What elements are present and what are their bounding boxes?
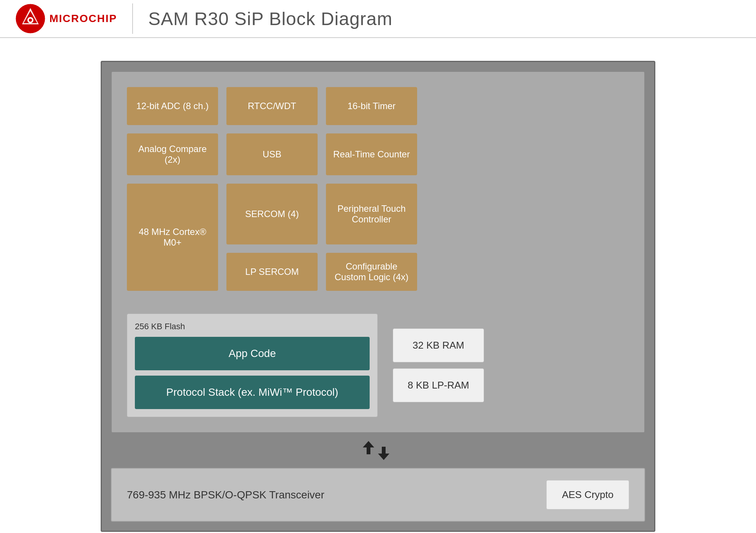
rtcounter-block: Real-Time Counter: [326, 133, 417, 175]
svg-marker-6: [378, 454, 389, 460]
aes-block: AES Crypto: [546, 480, 629, 509]
adc-block: 12-bit ADC (8 ch.): [127, 87, 218, 125]
app-code-block: App Code: [135, 337, 370, 370]
transceiver-area: 769-935 MHz BPSK/O-QPSK Transceiver AES …: [111, 468, 645, 522]
transceiver-text: 769-935 MHz BPSK/O-QPSK Transceiver: [127, 489, 324, 501]
blocks-area: 12-bit ADC (8 ch.) RTCC/WDT 16-bit Timer…: [127, 87, 629, 291]
sercom-block: SERCOM (4): [226, 184, 318, 244]
logo-area: MICROCHIP: [15, 3, 133, 34]
usb-block: USB: [226, 133, 318, 175]
company-name: MICROCHIP: [49, 13, 117, 25]
rtcc-block: RTCC/WDT: [226, 87, 318, 125]
page-title: SAM R30 SiP Block Diagram: [148, 8, 392, 29]
microchip-logo-icon: [15, 3, 46, 34]
ccl-block: Configurable Custom Logic (4x): [326, 253, 417, 291]
cortex-block: 48 MHz Cortex® M0+: [127, 184, 218, 291]
svg-marker-4: [363, 441, 374, 447]
chip-inner: 12-bit ADC (8 ch.) RTCC/WDT 16-bit Timer…: [111, 71, 645, 433]
chip-outer: 12-bit ADC (8 ch.) RTCC/WDT 16-bit Timer…: [101, 61, 655, 532]
bottom-section: 256 KB Flash App Code Protocol Stack (ex…: [127, 314, 629, 417]
protocol-stack-block: Protocol Stack (ex. MiWi™ Protocol): [135, 376, 370, 409]
svg-marker-5: [382, 447, 386, 454]
analog-block: Analog Compare (2x): [127, 133, 218, 175]
ram-8-block: 8 KB LP-RAM: [393, 368, 484, 402]
ram-area: 32 KB RAM 8 KB LP-RAM: [393, 314, 484, 417]
flash-label: 256 KB Flash: [135, 322, 370, 332]
svg-point-2: [29, 19, 32, 22]
arrows-svg: [359, 439, 397, 462]
header: MICROCHIP SAM R30 SiP Block Diagram: [0, 0, 756, 38]
arrow-connector: [111, 433, 645, 468]
peripheral-touch-block: Peripheral Touch Controller: [326, 184, 417, 244]
lp-sercom-block: LP SERCOM: [226, 253, 318, 291]
ram-32-block: 32 KB RAM: [393, 328, 484, 362]
main-content: 12-bit ADC (8 ch.) RTCC/WDT 16-bit Timer…: [0, 38, 756, 533]
svg-marker-3: [367, 447, 370, 454]
timer-block: 16-bit Timer: [326, 87, 417, 125]
flash-area: 256 KB Flash App Code Protocol Stack (ex…: [127, 314, 378, 417]
